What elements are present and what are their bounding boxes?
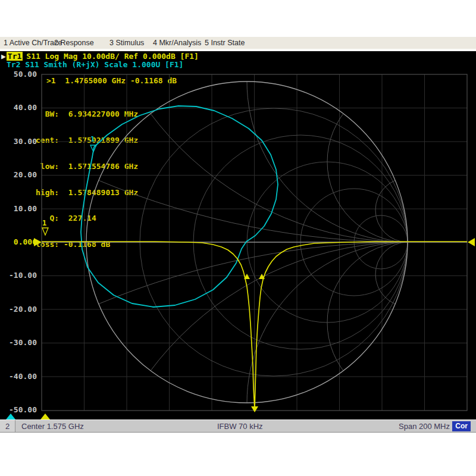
menu-stimulus[interactable]: 3 Stimulus <box>109 39 144 47</box>
correction-badge: Cor <box>452 421 471 431</box>
smith-grid <box>0 51 476 419</box>
notch-bottom-marker <box>251 406 258 412</box>
center-frequency[interactable]: Center 1.575 GHz <box>21 422 84 431</box>
menu-active-ch-trace[interactable]: 1 Active Ch/Trace <box>4 39 62 47</box>
menu-instr-state[interactable]: 5 Instr State <box>205 39 245 47</box>
status-bar: 2 Center 1.575 GHz IFBW 70 kHz Span 200 … <box>0 419 476 433</box>
ref-level-marker-right[interactable] <box>468 238 475 246</box>
ifbw-readout[interactable]: IFBW 70 kHz <box>217 422 263 431</box>
tr1-start-indicator <box>40 414 50 419</box>
menu-bar: 1 Active Ch/Trace 2 Response 3 Stimulus … <box>0 37 476 50</box>
menu-response[interactable]: 2 Response <box>54 39 94 47</box>
channel-indicator: 2 <box>0 420 15 432</box>
plot-area <box>0 51 476 419</box>
menu-mkr-analysis[interactable]: 4 Mkr/Analysis <box>153 39 201 47</box>
ref-level-marker-left[interactable] <box>34 238 42 246</box>
span-readout[interactable]: Span 200 MHz <box>399 422 450 431</box>
marker1-triangle-tr1[interactable] <box>42 228 48 235</box>
instrument-screen: ▶Tr1S11 Log Mag 10.00dB/ Ref 0.000dB [F1… <box>0 51 476 419</box>
vna-screenshot: 1 Active Ch/Trace 2 Response 3 Stimulus … <box>0 0 476 476</box>
tr2-start-indicator <box>6 414 15 419</box>
